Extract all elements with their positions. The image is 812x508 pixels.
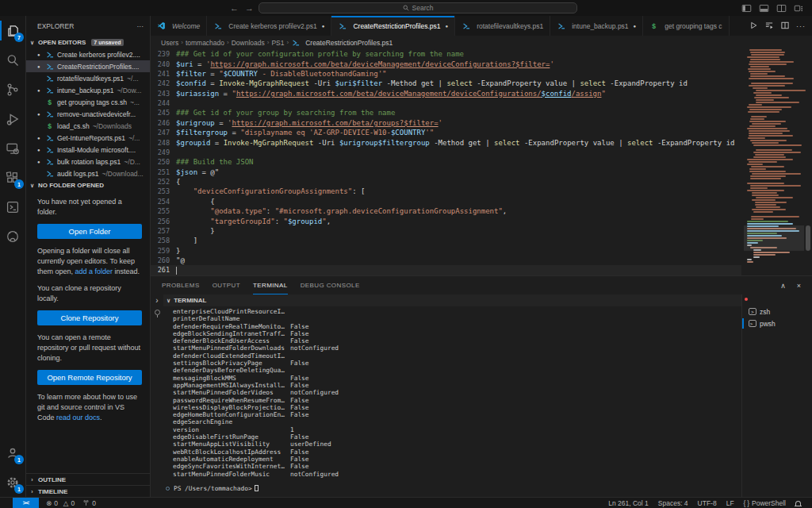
customize-layout-icon[interactable]	[794, 3, 804, 13]
activity-remote-explorer[interactable]	[0, 133, 25, 163]
open-folder-button[interactable]: Open Folder	[37, 224, 142, 239]
tab-createrestrictionprofiles-ps1[interactable]: CreateRestrictionProfiles.ps1●	[331, 16, 455, 36]
nav-forward-icon[interactable]: →	[245, 3, 254, 13]
open-remote-repository-button[interactable]: Open Remote Repository	[37, 370, 142, 385]
open-editor-item[interactable]: audit logs.ps1~/Download...	[26, 167, 150, 179]
panel-tab-terminal[interactable]: TERMINAL	[253, 276, 288, 294]
code-line-255[interactable]: 255 "@odata.type": "#microsoft.graph.dev…	[151, 206, 741, 216]
command-decoration-icon[interactable]	[155, 310, 160, 315]
open-editor-item[interactable]: ●Install-Module microsoft....	[26, 144, 150, 156]
panel-tab-debug-console[interactable]: DEBUG CONSOLE	[301, 276, 360, 294]
ports-status[interactable]: 0	[82, 499, 96, 507]
activity-explorer[interactable]: 7	[0, 16, 25, 45]
no-folder-header[interactable]: ∨ NO FOLDER OPENED	[26, 179, 150, 191]
nav-back-icon[interactable]: ←	[230, 3, 239, 13]
tab-intune-backup-ps1[interactable]: intune_backup.ps1●	[550, 16, 643, 36]
minimap[interactable]	[744, 49, 804, 275]
code-line-245[interactable]: 245### Get id of your group by searching…	[151, 108, 741, 117]
toggle-secondary-sidebar-icon[interactable]	[776, 3, 787, 13]
language-mode[interactable]: { }PowerShell	[744, 499, 786, 507]
code-line-254[interactable]: 254 {	[151, 197, 741, 206]
open-editors-header[interactable]: ∨ OPEN EDITORS 7 unsaved	[26, 37, 150, 48]
panel-tab-output[interactable]: OUTPUT	[213, 276, 240, 294]
terminal-prompt[interactable]: PS /Users/tommachado>	[173, 485, 741, 492]
code-line-261[interactable]: 261	[151, 265, 741, 275]
terminal-tab-pwsh[interactable]: >_pwsh	[742, 318, 812, 329]
open-editor-item[interactable]: ●Get-IntuneReports.ps1~/...	[26, 132, 150, 144]
breadcrumb-item[interactable]: Downloads	[232, 39, 265, 47]
breadcrumb-item[interactable]: PS1	[271, 39, 284, 47]
settings-button[interactable]: 1	[0, 468, 25, 497]
activity-search[interactable]	[0, 45, 25, 75]
open-editor-item[interactable]: ●remove-unactivedevicefr...	[26, 108, 150, 120]
open-editor-item[interactable]: $load_cs.sh~/Downloads	[26, 120, 150, 132]
eol-sequence[interactable]: LF	[726, 499, 734, 507]
breadcrumb[interactable]: Users›tommachado›Downloads›PS1›CreateRes…	[151, 36, 812, 49]
open-editor-item[interactable]: ●Create kerberos profilev2....	[26, 48, 150, 60]
code-line-242[interactable]: 242$confid = Invoke-MgGraphRequest -Uri …	[151, 79, 741, 88]
code-line-248[interactable]: 248$groupid = Invoke-MgGraphRequest -Uri…	[151, 137, 741, 147]
minimap-slider[interactable]	[744, 225, 804, 251]
panel-close-icon[interactable]: ×	[797, 282, 801, 290]
code-line-244[interactable]: 244	[151, 98, 741, 108]
encoding[interactable]: UTF-8	[698, 499, 717, 507]
code-editor[interactable]: 239### Get id of your configuration prof…	[151, 49, 812, 275]
sidebar-more-icon[interactable]: ···	[137, 22, 144, 30]
toggle-panel-icon[interactable]	[759, 3, 769, 13]
code-line-246[interactable]: 246$urigroup = 'https://graph.microsoft.…	[151, 118, 741, 128]
code-line-241[interactable]: 241$filter = "$COUNTRY - DisableBluetoot…	[151, 69, 741, 79]
outline-header[interactable]: › OUTLINE	[26, 473, 150, 485]
tab-rotatefilevaultkeys-ps1[interactable]: rotatefilevaultkeys.ps1	[455, 16, 550, 36]
code-line-253[interactable]: 253 "deviceConfigurationGroupAssignments…	[151, 187, 741, 196]
cursor-position[interactable]: Ln 261, Col 1	[608, 499, 649, 507]
tab-create-kerberos-profilev2-ps1[interactable]: Create kerberos profilev2.ps1●	[207, 16, 331, 36]
code-line-259[interactable]: 259}	[151, 246, 741, 256]
code-line-250[interactable]: 250### Build the JSON	[151, 157, 741, 167]
problems-status[interactable]: ⊗0 △0	[46, 499, 75, 507]
code-line-240[interactable]: 240$uri = 'https://graph.microsoft.com/b…	[151, 59, 741, 68]
chevron-right-icon[interactable]: ›	[155, 296, 158, 306]
code-line-247[interactable]: 247$filtergroup = "displayname eq 'AZ-GR…	[151, 128, 741, 137]
activity-terminal[interactable]	[0, 192, 25, 221]
tab-get-grouping-tags-c[interactable]: $get grouping tags c	[643, 16, 729, 36]
tab-welcome[interactable]: Welcome	[151, 16, 207, 36]
code-line-243[interactable]: 243$uriassign = "https://graph.microsoft…	[151, 89, 741, 98]
code-line-260[interactable]: 260"@	[151, 256, 741, 265]
run-file-icon[interactable]	[749, 19, 758, 33]
open-editor-item[interactable]: ●intune_backup.ps1~/Dow...	[26, 84, 150, 96]
breadcrumb-item[interactable]: tommachado	[186, 39, 224, 47]
run-below-icon[interactable]	[764, 19, 774, 33]
code-line-252[interactable]: 252{	[151, 177, 741, 187]
open-editor-item[interactable]: $get grouping tags cs.sh~...	[26, 96, 150, 108]
notifications-bell-icon[interactable]	[795, 501, 801, 506]
code-line-258[interactable]: 258 ]	[151, 236, 741, 245]
split-editor-icon[interactable]	[780, 19, 790, 33]
activity-run-debug[interactable]	[0, 104, 25, 133]
open-editor-item[interactable]: ●bulk rotation laps.ps1~/D...	[26, 156, 150, 167]
activity-github[interactable]	[0, 221, 25, 251]
clone-repository-button[interactable]: Clone Repository	[37, 310, 142, 325]
code-line-249[interactable]: 249	[151, 148, 741, 157]
open-editor-item[interactable]: rotatefilevaultkeys.ps1~/...	[26, 72, 150, 84]
activity-source-control[interactable]	[0, 75, 25, 104]
add-folder-link[interactable]: add a folder	[75, 267, 113, 275]
code-line-239[interactable]: 239### Get id of your configuration prof…	[151, 49, 741, 59]
indentation[interactable]: Spaces: 4	[658, 499, 688, 507]
breadcrumb-file[interactable]: CreateRestrictionProfiles.ps1	[291, 38, 393, 47]
timeline-header[interactable]: › TIMELINE	[26, 485, 150, 497]
panel-tab-problems[interactable]: PROBLEMS	[162, 276, 200, 294]
terminal-output[interactable]: enterpriseCloudPrintResourceI…printerDef…	[163, 306, 741, 497]
code-line-256[interactable]: 256 "targetGroupId": "$groupid",	[151, 216, 741, 225]
accounts-button[interactable]: 1	[0, 438, 25, 468]
activity-extensions[interactable]: 1	[0, 163, 25, 192]
editor-scrollbar[interactable]	[804, 49, 812, 275]
open-editor-item[interactable]: ●CreateRestrictionProfiles....	[26, 60, 150, 72]
toggle-sidebar-icon[interactable]	[741, 3, 752, 13]
more-actions-icon[interactable]: ···	[796, 22, 806, 30]
read-our-docs-link[interactable]: read our docs	[56, 414, 100, 421]
code-line-251[interactable]: 251$json = @"	[151, 167, 741, 177]
command-center-search[interactable]: Search	[259, 2, 577, 13]
code-line-257[interactable]: 257 }	[151, 226, 741, 236]
remote-indicator[interactable]: ><	[13, 498, 39, 508]
panel-maximize-icon[interactable]: ∧	[780, 282, 786, 290]
